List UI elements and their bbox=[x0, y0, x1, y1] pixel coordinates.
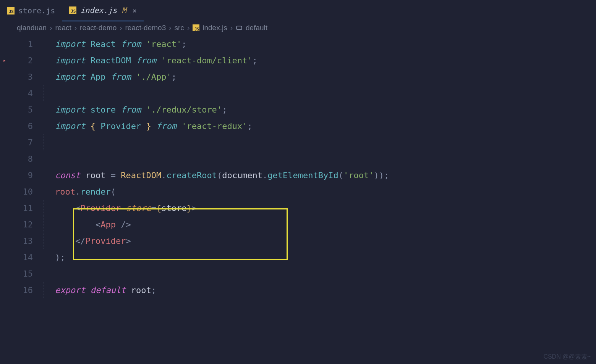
code-content[interactable]: ); bbox=[55, 249, 65, 266]
chevron-right-icon: › bbox=[187, 24, 189, 32]
code-line[interactable]: 5import store from './redux/store'; bbox=[0, 101, 596, 118]
line-number: 13 bbox=[9, 233, 44, 249]
chevron-right-icon: › bbox=[169, 24, 171, 32]
code-content[interactable]: import ReactDOM from 'react-dom/client'; bbox=[55, 52, 258, 69]
code-line[interactable]: 6import { Provider } from 'react-redux'; bbox=[0, 118, 596, 134]
code-line[interactable]: 4 bbox=[0, 85, 596, 101]
chevron-right-icon: › bbox=[50, 24, 52, 32]
crumb-file[interactable]: index.js bbox=[202, 24, 227, 32]
code-line[interactable]: 15 bbox=[0, 266, 596, 282]
line-number: 11 bbox=[9, 200, 44, 216]
svg-rect-0 bbox=[236, 26, 242, 30]
line-number: 3 bbox=[9, 69, 44, 85]
code-line[interactable]: 10root.render( bbox=[0, 184, 596, 200]
crumb[interactable]: src bbox=[175, 24, 184, 32]
code-line[interactable]: 1import React from 'react'; bbox=[0, 36, 596, 52]
tab-bar-spacer bbox=[144, 0, 596, 21]
code-content[interactable]: import App from './App'; bbox=[55, 69, 177, 85]
code-content[interactable]: import { Provider } from 'react-redux'; bbox=[55, 118, 253, 134]
crumb[interactable]: react bbox=[55, 24, 71, 32]
code-line[interactable]: 16export default root; bbox=[0, 282, 596, 298]
code-line[interactable]: 3import App from './App'; bbox=[0, 69, 596, 85]
crumb-symbol[interactable]: default bbox=[246, 24, 267, 32]
highlight-box bbox=[73, 208, 288, 260]
code-line[interactable]: 7 bbox=[0, 134, 596, 151]
symbol-icon bbox=[236, 24, 243, 31]
tab-label: store.js bbox=[18, 6, 55, 15]
watermark: CSDN @@素素~ bbox=[543, 353, 591, 361]
modified-flag: M bbox=[122, 6, 126, 15]
tab-label: index.js bbox=[80, 6, 117, 15]
indent-guide bbox=[44, 200, 46, 216]
tab-store-js[interactable]: JS store.js bbox=[0, 0, 62, 21]
code-content[interactable]: const root = ReactDOM.createRoot(documen… bbox=[55, 167, 389, 184]
indent-guide bbox=[44, 282, 46, 298]
breadcrumb[interactable]: qianduan › react › react-demo › react-de… bbox=[0, 21, 596, 34]
line-number: 15 bbox=[9, 266, 44, 282]
line-number: 10 bbox=[9, 184, 44, 200]
js-file-icon: JS bbox=[69, 6, 76, 14]
line-number: 16 bbox=[9, 282, 44, 298]
code-line[interactable]: ▸2import ReactDOM from 'react-dom/client… bbox=[0, 52, 596, 69]
js-file-icon: JS bbox=[7, 7, 15, 14]
indent-guide bbox=[44, 134, 46, 151]
chevron-right-icon: › bbox=[120, 24, 122, 32]
chevron-right-icon: › bbox=[74, 24, 77, 32]
crumb[interactable]: react-demo bbox=[80, 24, 117, 32]
line-number: 12 bbox=[9, 216, 44, 233]
line-number: 7 bbox=[9, 134, 44, 151]
code-content[interactable]: import React from 'react'; bbox=[55, 36, 186, 52]
line-number: 5 bbox=[9, 101, 44, 118]
line-number: 8 bbox=[9, 151, 44, 167]
line-number: 2 bbox=[9, 52, 44, 69]
line-number: 1 bbox=[9, 36, 44, 52]
line-number: 14 bbox=[9, 249, 44, 266]
code-content[interactable]: root.render( bbox=[55, 184, 116, 200]
indent-guide bbox=[44, 85, 46, 101]
crumb[interactable]: react-demo3 bbox=[125, 24, 166, 32]
line-number: 4 bbox=[9, 85, 44, 101]
code-line[interactable]: 9const root = ReactDOM.createRoot(docume… bbox=[0, 167, 596, 184]
line-number: 9 bbox=[9, 167, 44, 184]
indent-guide bbox=[44, 216, 46, 233]
tab-index-js[interactable]: JS index.js M ✕ bbox=[62, 0, 143, 21]
chevron-right-icon: › bbox=[230, 24, 233, 32]
js-file-icon: JS bbox=[193, 24, 199, 31]
code-line[interactable]: 8 bbox=[0, 151, 596, 167]
indent-guide bbox=[44, 233, 46, 249]
line-number: 6 bbox=[9, 118, 44, 134]
code-content[interactable]: export default root; bbox=[55, 282, 156, 298]
crumb[interactable]: qianduan bbox=[17, 24, 47, 32]
code-content[interactable]: import store from './redux/store'; bbox=[55, 101, 227, 118]
tab-bar: JS store.js JS index.js M ✕ bbox=[0, 0, 596, 21]
gutter-indicator: ▸ bbox=[0, 52, 9, 69]
close-icon[interactable]: ✕ bbox=[133, 6, 137, 14]
